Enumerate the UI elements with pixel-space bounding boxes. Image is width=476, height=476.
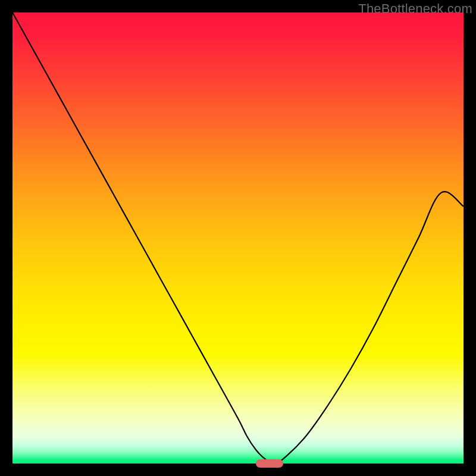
bottleneck-curve — [12, 12, 464, 464]
optimal-marker — [256, 459, 283, 468]
curve-path — [12, 12, 464, 464]
watermark-text: TheBottleneck.com — [358, 1, 472, 17]
